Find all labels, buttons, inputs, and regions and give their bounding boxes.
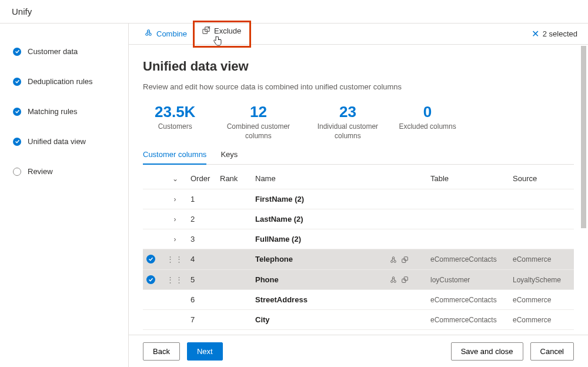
combine-button[interactable]: Combine bbox=[139, 26, 192, 42]
svg-point-11 bbox=[394, 281, 396, 283]
row-checked-icon[interactable] bbox=[146, 255, 155, 263]
drag-handle-icon[interactable]: ⋮⋮ bbox=[166, 255, 183, 263]
row-table bbox=[427, 209, 509, 229]
cancel-button[interactable]: Cancel bbox=[530, 342, 574, 361]
step-done-icon bbox=[13, 78, 21, 86]
svg-point-6 bbox=[394, 261, 396, 263]
row-name: FullName (2) bbox=[255, 235, 301, 243]
row-source bbox=[509, 209, 574, 229]
wizard-step-1[interactable]: Deduplication rules bbox=[13, 77, 128, 86]
step-label: Matching rules bbox=[28, 107, 78, 116]
svg-point-1 bbox=[149, 33, 151, 35]
stat-label: Individual customer columns bbox=[309, 122, 386, 141]
wizard-step-2[interactable]: Matching rules bbox=[13, 107, 128, 116]
tab-customer-columns[interactable]: Customer columns bbox=[143, 146, 206, 165]
chevron-right-icon[interactable]: › bbox=[174, 235, 176, 243]
stat-value: 12 bbox=[220, 103, 296, 121]
step-done-icon bbox=[13, 138, 21, 146]
exclude-icon[interactable] bbox=[401, 275, 409, 284]
row-source: LoyaltyScheme bbox=[509, 269, 574, 290]
svg-point-2 bbox=[148, 29, 150, 32]
stat-value: 23.5K bbox=[143, 103, 207, 121]
row-source: eCommerce bbox=[509, 290, 574, 310]
row-name: City bbox=[255, 315, 270, 324]
content-area: Unified data view Review and edit how so… bbox=[129, 45, 588, 335]
row-source: eCommerce bbox=[509, 249, 574, 270]
scrollbar-thumb[interactable] bbox=[581, 46, 586, 228]
row-source bbox=[509, 189, 574, 209]
exclude-label: Exclude bbox=[214, 26, 241, 35]
stats-row: 23.5KCustomers12Combined customer column… bbox=[143, 103, 574, 141]
table-row[interactable]: ›3FullName (2) bbox=[143, 229, 574, 249]
next-button[interactable]: Next bbox=[187, 342, 223, 361]
stat-value: 23 bbox=[309, 103, 386, 121]
expand-all-chevron[interactable]: ⌄ bbox=[172, 175, 178, 183]
header-order[interactable]: Order bbox=[187, 168, 216, 189]
exclude-button[interactable]: Exclude bbox=[197, 24, 246, 39]
row-name: Telephone bbox=[255, 255, 293, 263]
header-table[interactable]: Table bbox=[427, 168, 509, 189]
svg-point-0 bbox=[146, 33, 148, 35]
row-name: Phone bbox=[255, 275, 279, 284]
chevron-right-icon[interactable]: › bbox=[174, 215, 176, 223]
header-name[interactable]: Name bbox=[252, 168, 386, 189]
drag-handle-icon[interactable]: ⋮⋮ bbox=[166, 275, 183, 284]
exclude-highlight-box: Exclude bbox=[193, 21, 251, 48]
clear-selection-icon[interactable]: ✕ bbox=[532, 28, 539, 39]
row-table: loyCustomer bbox=[427, 269, 509, 290]
table-row[interactable]: ⋮⋮5PhoneloyCustomerLoyaltyScheme bbox=[143, 269, 574, 290]
row-order: 3 bbox=[187, 229, 216, 249]
wizard-sidebar: Customer dataDeduplication rulesMatching… bbox=[0, 24, 128, 367]
exclude-icon[interactable] bbox=[401, 255, 409, 263]
combine-icon bbox=[144, 29, 153, 39]
step-done-icon bbox=[13, 48, 21, 56]
table-row[interactable]: ›2LastName (2) bbox=[143, 209, 574, 229]
header-rank[interactable]: Rank bbox=[216, 168, 252, 189]
row-table: eCommerceContacts bbox=[427, 310, 509, 330]
row-table bbox=[427, 229, 509, 249]
selected-count: 2 selected bbox=[543, 29, 577, 38]
table-row[interactable]: 8StateeCommerceContactseCommerce bbox=[143, 330, 574, 335]
page-subtitle: Review and edit how source data is combi… bbox=[143, 82, 574, 91]
app-header: Unify bbox=[0, 0, 588, 24]
step-label: Unified data view bbox=[28, 137, 86, 146]
row-checked-icon[interactable] bbox=[146, 275, 155, 284]
row-table bbox=[427, 189, 509, 209]
table-row[interactable]: ›1FirstName (2) bbox=[143, 189, 574, 209]
wizard-step-0[interactable]: Customer data bbox=[13, 47, 128, 56]
stat-0: 23.5KCustomers bbox=[143, 103, 207, 141]
row-name: LastName (2) bbox=[255, 215, 303, 223]
footer-bar: Back Next Save and close Cancel bbox=[129, 335, 588, 367]
scrollbar[interactable] bbox=[580, 46, 587, 333]
svg-point-12 bbox=[392, 277, 395, 279]
table-row[interactable]: 6StreetAddresseCommerceContactseCommerce bbox=[143, 290, 574, 310]
combine-icon[interactable] bbox=[389, 255, 397, 263]
wizard-step-4[interactable]: Review bbox=[13, 167, 128, 176]
table-row[interactable]: ⋮⋮4TelephoneeCommerceContactseCommerce bbox=[143, 249, 574, 270]
tabs: Customer columnsKeys bbox=[143, 146, 574, 165]
columns-table: ⌄ Order Rank Name Table Source ›1FirstNa… bbox=[143, 168, 574, 335]
selection-indicator[interactable]: ✕ 2 selected bbox=[532, 28, 577, 39]
app-title: Unify bbox=[12, 6, 32, 16]
row-table: eCommerceContacts bbox=[427, 330, 509, 335]
table-body: ›1FirstName (2)›2LastName (2)›3FullName … bbox=[143, 189, 574, 335]
svg-point-7 bbox=[392, 257, 395, 259]
row-source: eCommerce bbox=[509, 310, 574, 330]
header-source[interactable]: Source bbox=[509, 168, 574, 189]
page-title: Unified data view bbox=[143, 59, 574, 74]
save-and-close-button[interactable]: Save and close bbox=[451, 342, 523, 361]
combine-icon[interactable] bbox=[389, 275, 397, 284]
step-done-icon bbox=[13, 108, 21, 116]
row-order: 1 bbox=[187, 189, 216, 209]
table-row[interactable]: 7CityeCommerceContactseCommerce bbox=[143, 310, 574, 330]
stat-label: Excluded columns bbox=[399, 122, 456, 132]
wizard-step-3[interactable]: Unified data view bbox=[13, 137, 128, 146]
back-button[interactable]: Back bbox=[143, 342, 180, 361]
row-source: eCommerce bbox=[509, 330, 574, 335]
step-label: Review bbox=[28, 167, 53, 176]
svg-point-10 bbox=[391, 281, 393, 283]
tab-keys[interactable]: Keys bbox=[220, 146, 238, 164]
row-table: eCommerceContacts bbox=[427, 290, 509, 310]
row-table: eCommerceContacts bbox=[427, 249, 509, 270]
chevron-right-icon[interactable]: › bbox=[174, 195, 176, 203]
